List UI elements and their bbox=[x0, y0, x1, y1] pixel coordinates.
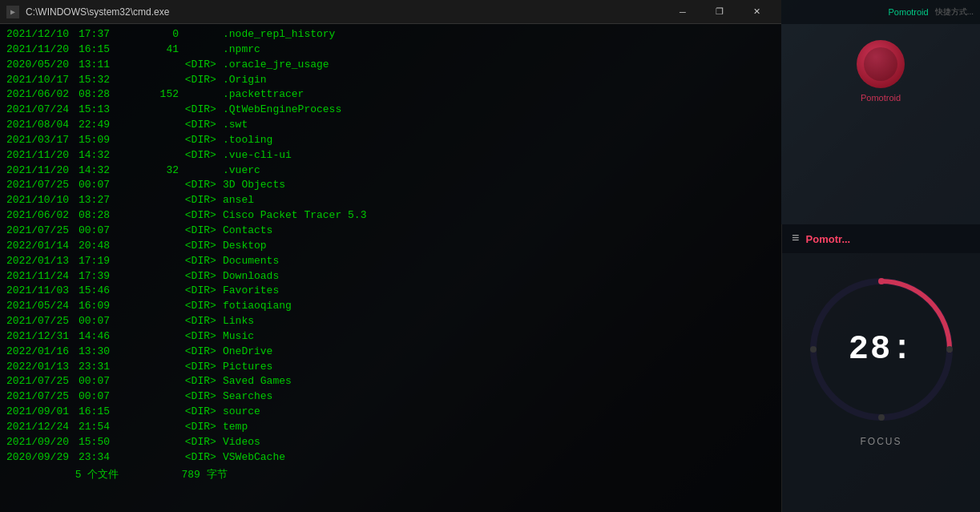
entry-time: 14:46 bbox=[79, 329, 123, 345]
entry-dir bbox=[179, 163, 223, 179]
entry-name: .vue-cli-ui bbox=[223, 148, 292, 163]
minimize-button[interactable]: ─ bbox=[664, 0, 701, 24]
pomotroid-hint: 快捷方式... bbox=[935, 6, 974, 18]
entry-size: 152 bbox=[123, 87, 179, 103]
entry-name: Downloads bbox=[223, 269, 279, 284]
entry-date: 2022/01/14 bbox=[6, 239, 79, 254]
entry-size bbox=[123, 118, 179, 133]
entry-size bbox=[123, 193, 179, 208]
entry-size bbox=[123, 389, 179, 405]
entry-dir: <DIR> bbox=[179, 148, 223, 163]
entry-date: 2022/01/13 bbox=[6, 254, 79, 269]
entry-name: .Origin bbox=[223, 73, 267, 88]
entry-dir: <DIR> bbox=[179, 269, 223, 284]
entry-time: 17:39 bbox=[79, 269, 123, 284]
entry-date: 2021/07/25 bbox=[6, 314, 79, 329]
entry-size bbox=[123, 360, 179, 375]
pomotroid-main-title: Pomotr... bbox=[806, 233, 851, 245]
entry-time: 00:07 bbox=[79, 178, 123, 193]
table-row: 2022/01/14 20:48 <DIR> Desktop bbox=[6, 239, 775, 254]
entry-date: 2021/10/17 bbox=[6, 73, 79, 88]
entry-time: 00:07 bbox=[79, 224, 123, 239]
entry-size bbox=[123, 284, 179, 299]
table-row: 2021/12/31 14:46 <DIR> Music bbox=[6, 329, 775, 345]
table-row: 2021/09/20 15:50 <DIR> Videos bbox=[6, 435, 775, 450]
table-row: 2021/05/24 16:09 <DIR> fotiaoqiang bbox=[6, 299, 775, 314]
entry-name: source bbox=[223, 405, 260, 420]
entry-size bbox=[123, 224, 179, 239]
pomotroid-logo-area: Pomotroid bbox=[781, 24, 980, 103]
entry-date: 2021/10/10 bbox=[6, 193, 79, 208]
table-row: 2020/09/29 23:34 <DIR> VSWebCache bbox=[6, 450, 775, 466]
entry-name: .QtWebEngineProcess bbox=[223, 103, 341, 118]
entry-date: 2021/03/17 bbox=[6, 133, 79, 148]
svg-point-4 bbox=[878, 414, 885, 421]
entry-time: 13:30 bbox=[79, 345, 123, 360]
entry-time: 14:32 bbox=[79, 163, 123, 179]
entry-dir: <DIR> bbox=[179, 58, 223, 73]
cmd-app-icon: ▶ bbox=[6, 6, 19, 18]
pomotroid-menu-icon[interactable]: ≡ bbox=[792, 232, 800, 246]
entry-dir bbox=[179, 87, 223, 103]
entry-name: .npmrc bbox=[223, 42, 260, 58]
entry-dir: <DIR> bbox=[179, 345, 223, 360]
table-row: 2021/11/20 16:15 41 .npmrc bbox=[6, 42, 775, 58]
table-row: 2021/07/25 00:07 <DIR> Searches bbox=[6, 389, 775, 405]
restore-button[interactable]: ❐ bbox=[701, 0, 738, 24]
pomotroid-small-header: Pomotroid 快捷方式... bbox=[781, 0, 980, 24]
entry-size bbox=[123, 254, 179, 269]
entry-date: 2021/12/10 bbox=[6, 27, 79, 42]
entry-size bbox=[123, 374, 179, 389]
pomotroid-timer-area: 28: bbox=[801, 269, 962, 429]
entry-name: .oracle_jre_usage bbox=[223, 58, 329, 73]
entry-date: 2021/06/02 bbox=[6, 208, 79, 224]
entry-size: 32 bbox=[123, 163, 179, 179]
entry-dir: <DIR> bbox=[179, 405, 223, 420]
table-row: 2021/07/25 00:07 <DIR> Links bbox=[6, 314, 775, 329]
table-row: 2021/08/04 22:49 <DIR> .swt bbox=[6, 118, 775, 133]
table-row: 2021/07/25 00:07 <DIR> 3D Objects bbox=[6, 178, 775, 193]
entry-time: 15:32 bbox=[79, 73, 123, 88]
table-row: 2021/07/25 00:07 <DIR> Saved Games bbox=[6, 374, 775, 389]
entry-time: 00:07 bbox=[79, 314, 123, 329]
entry-date: 2020/09/29 bbox=[6, 450, 79, 466]
entry-dir: <DIR> bbox=[179, 374, 223, 389]
entry-time: 22:49 bbox=[79, 118, 123, 133]
entry-name: VSWebCache bbox=[223, 450, 285, 466]
entry-dir: <DIR> bbox=[179, 360, 223, 375]
entry-name: Contacts bbox=[223, 224, 272, 239]
entry-size bbox=[123, 269, 179, 284]
table-row: 2021/10/10 13:27 <DIR> ansel bbox=[6, 193, 775, 208]
entry-name: Searches bbox=[223, 389, 272, 405]
entry-name: .swt bbox=[223, 118, 248, 133]
entry-dir: <DIR> bbox=[179, 284, 223, 299]
entry-dir: <DIR> bbox=[179, 435, 223, 450]
entry-dir: <DIR> bbox=[179, 420, 223, 435]
entry-time: 00:07 bbox=[79, 389, 123, 405]
entry-date: 2021/05/24 bbox=[6, 299, 79, 314]
pomotroid-small-title: Pomotroid bbox=[889, 7, 929, 17]
entry-dir: <DIR> bbox=[179, 329, 223, 345]
table-row: 2021/07/25 00:07 <DIR> Contacts bbox=[6, 224, 775, 239]
entry-time: 08:28 bbox=[79, 87, 123, 103]
table-row: 2020/05/20 13:11 <DIR> .oracle_jre_usage bbox=[6, 58, 775, 73]
entry-time: 16:15 bbox=[79, 42, 123, 58]
entry-time: 21:54 bbox=[79, 420, 123, 435]
table-row: 2021/11/20 14:32 <DIR> .vue-cli-ui bbox=[6, 148, 775, 163]
entry-date: 2021/07/25 bbox=[6, 389, 79, 405]
entry-size bbox=[123, 450, 179, 466]
entry-time: 08:28 bbox=[79, 208, 123, 224]
entry-date: 2021/07/25 bbox=[6, 178, 79, 193]
entry-name: temp bbox=[223, 420, 248, 435]
entry-date: 2021/06/02 bbox=[6, 87, 79, 103]
table-row: 2021/11/24 17:39 <DIR> Downloads bbox=[6, 269, 775, 284]
table-row: 2021/11/20 14:32 32 .vuerc bbox=[6, 163, 775, 179]
table-row: 2021/12/24 21:54 <DIR> temp bbox=[6, 420, 775, 435]
entry-name: .tooling bbox=[223, 133, 272, 148]
close-button[interactable]: ✕ bbox=[738, 0, 775, 24]
entry-name: .node_repl_history bbox=[223, 27, 335, 42]
table-row: 2022/01/16 13:30 <DIR> OneDrive bbox=[6, 345, 775, 360]
pomotroid-logo-label: Pomotroid bbox=[861, 93, 901, 103]
entry-dir: <DIR> bbox=[179, 450, 223, 466]
entry-name: 3D Objects bbox=[223, 178, 285, 193]
